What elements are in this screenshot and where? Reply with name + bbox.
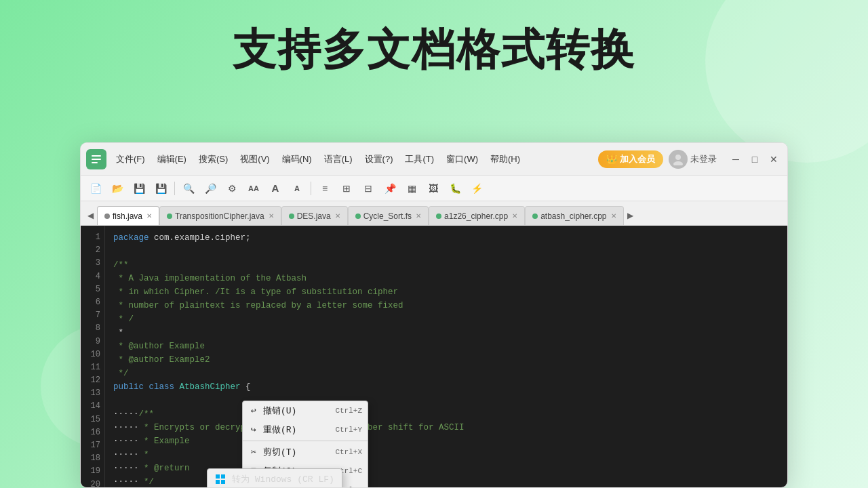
title-bar: 文件(F) 编辑(E) 搜索(S) 视图(V) 编码(N) 语言(L) 设置(?… (81, 143, 787, 176)
tab-left-arrow[interactable]: ◀ (83, 206, 97, 225)
close-button[interactable]: ✕ (766, 151, 782, 167)
tab-atbash[interactable]: atbash_cipher.cpp ✕ (525, 206, 623, 225)
tab-close-fish[interactable]: ✕ (146, 212, 152, 220)
menu-settings[interactable]: 设置(?) (359, 150, 399, 168)
windows-icon (214, 473, 226, 485)
bg-decoration-1 (705, 0, 868, 163)
tab-close-cycle-sort[interactable]: ✕ (416, 212, 421, 220)
tool-font-big[interactable]: A (266, 179, 285, 198)
tool-align[interactable]: ⊟ (359, 179, 378, 198)
cut-icon: ✂ (248, 447, 259, 458)
app-logo (86, 149, 106, 169)
svg-point-3 (675, 155, 681, 160)
tab-cycle-sort[interactable]: Cycle_Sort.fs ✕ (348, 206, 429, 225)
tabs-bar: ◀ fish.java ✕ TranspositionCipher.java ✕… (81, 201, 787, 226)
undo-icon: ↩ (248, 405, 259, 416)
tool-replace[interactable]: 🔎 (201, 179, 220, 198)
tool-save[interactable]: 💾 (130, 179, 149, 198)
tab-close-des[interactable]: ✕ (335, 212, 340, 220)
editor-area: 12345678910111213141516171819202122 pack… (81, 226, 787, 488)
svg-rect-0 (92, 155, 101, 157)
cm-cut-shortcut: Ctrl+X (335, 448, 362, 456)
cm-cut-label: 剪切(T) (263, 446, 331, 458)
cm-undo-shortcut: Ctrl+Z (335, 407, 362, 415)
avatar-area: 未登录 (669, 150, 717, 169)
sub-windows[interactable]: 转为 Windows (CR LF) (208, 469, 342, 488)
menu-edit[interactable]: 编辑(E) (152, 150, 192, 168)
toolbar-sep-1 (174, 182, 175, 195)
tab-close-transposition[interactable]: ✕ (269, 212, 274, 220)
menu-code[interactable]: 编码(N) (277, 150, 317, 168)
toolbar: 📄 📂 💾 💾 🔍 🔎 ⚙ AA A A ≡ ⊞ ⊟ 📌 ▦ 🖼 🐛 ⚡ (81, 176, 787, 201)
tool-bug[interactable]: 🐛 (446, 179, 465, 198)
tab-dot (289, 214, 294, 219)
tab-close-a1z26[interactable]: ✕ (512, 212, 517, 220)
code-content: package com.example.cipher; /** * A Java… (105, 226, 787, 488)
tool-open[interactable]: 📂 (108, 179, 127, 198)
menu-tools[interactable]: 工具(T) (399, 150, 439, 168)
window-controls: ─ □ ✕ (728, 151, 782, 167)
cm-sep-1 (243, 441, 368, 441)
svg-rect-1 (92, 159, 101, 160)
menu-window[interactable]: 窗口(W) (441, 150, 484, 168)
tool-bolt[interactable]: ⚡ (467, 179, 486, 198)
avatar (669, 150, 688, 169)
maximize-button[interactable]: □ (747, 151, 763, 167)
menu-file[interactable]: 文件(F) (111, 150, 151, 168)
title-bar-right: 👑 加入会员 未登录 ─ □ ✕ (598, 150, 782, 169)
tab-dot (104, 214, 110, 219)
tab-dot (355, 214, 361, 219)
tool-saveall[interactable]: 💾 (151, 179, 170, 198)
tool-list[interactable]: ≡ (315, 179, 334, 198)
svg-rect-8 (221, 480, 225, 484)
tab-close-atbash[interactable]: ✕ (611, 212, 616, 220)
tool-font-small[interactable]: A (288, 179, 307, 198)
tool-pin[interactable]: 📌 (380, 179, 399, 198)
toolbar-sep-2 (311, 182, 311, 195)
tool-grid[interactable]: ⊞ (337, 179, 356, 198)
tab-right-arrow[interactable]: ▶ (624, 206, 637, 225)
tab-dot (532, 214, 538, 219)
svg-rect-7 (216, 480, 220, 484)
svg-point-4 (673, 161, 683, 165)
menu-help[interactable]: 帮助(H) (485, 150, 526, 168)
tool-table[interactable]: ▦ (402, 179, 421, 198)
redo-icon: ↪ (248, 424, 259, 435)
svg-rect-2 (92, 162, 98, 163)
tool-aa[interactable]: AA (244, 179, 263, 198)
editor-window: 文件(F) 编辑(E) 搜索(S) 视图(V) 编码(N) 语言(L) 设置(?… (80, 142, 788, 488)
crown-icon: 👑 (606, 154, 617, 164)
cm-redo-label: 重做(R) (263, 424, 331, 436)
cm-undo[interactable]: ↩ 撤销(U) Ctrl+Z (243, 401, 368, 420)
submenu-doc-format: 转为 Windows (CR LF) 转为 Unix (LF) (207, 468, 342, 488)
tool-grep[interactable]: ⚙ (222, 179, 241, 198)
tab-a1z26[interactable]: a1z26_cipher.cpp ✕ (429, 206, 525, 225)
menu-view[interactable]: 视图(V) (235, 150, 275, 168)
menu-lang[interactable]: 语言(L) (319, 150, 358, 168)
tab-dot (167, 214, 172, 219)
tool-new[interactable]: 📄 (86, 179, 105, 198)
cm-redo[interactable]: ↪ 重做(R) Ctrl+Y (243, 420, 368, 439)
menu-search[interactable]: 搜索(S) (193, 150, 233, 168)
join-member-button[interactable]: 👑 加入会员 (598, 150, 663, 168)
tab-des[interactable]: DES.java ✕ (281, 206, 348, 225)
svg-rect-5 (216, 474, 220, 479)
menu-bar: 文件(F) 编辑(E) 搜索(S) 视图(V) 编码(N) 语言(L) 设置(?… (111, 150, 598, 168)
cm-cut[interactable]: ✂ 剪切(T) Ctrl+X (243, 443, 368, 462)
minimize-button[interactable]: ─ (728, 151, 744, 167)
cm-undo-label: 撤销(U) (263, 405, 331, 417)
sub-windows-label: 转为 Windows (CR LF) (232, 473, 334, 485)
cm-redo-shortcut: Ctrl+Y (335, 426, 362, 434)
tool-search[interactable]: 🔍 (179, 179, 198, 198)
tab-dot (436, 214, 441, 219)
tab-fish-java[interactable]: fish.java ✕ (97, 206, 159, 225)
login-label: 未登录 (690, 153, 717, 165)
line-numbers: 12345678910111213141516171819202122 (81, 226, 105, 488)
svg-rect-6 (221, 474, 225, 479)
tool-img[interactable]: 🖼 (424, 179, 443, 198)
tab-transposition[interactable]: TranspositionCipher.java ✕ (159, 206, 281, 225)
